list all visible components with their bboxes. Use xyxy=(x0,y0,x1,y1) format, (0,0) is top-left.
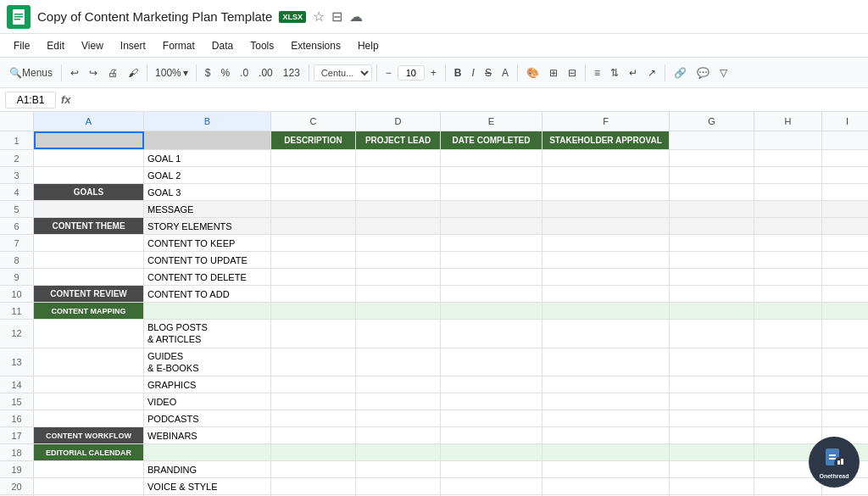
cell-f4[interactable] xyxy=(542,184,670,200)
cell-g11[interactable] xyxy=(670,303,754,319)
cell-b4[interactable]: GOAL 3 xyxy=(144,184,271,200)
merge-button[interactable]: ⊟ xyxy=(564,64,581,81)
cell-g17[interactable] xyxy=(670,427,754,443)
cell-i11[interactable] xyxy=(822,303,868,319)
cell-a20[interactable] xyxy=(34,478,144,494)
cell-h8[interactable] xyxy=(754,252,822,268)
cell-a18[interactable]: EDITORIAL CALENDAR xyxy=(34,444,144,460)
cell-i3[interactable] xyxy=(822,167,868,183)
cell-g7[interactable] xyxy=(670,235,754,251)
cell-e12[interactable] xyxy=(441,320,542,348)
cell-b7[interactable]: CONTENT TO KEEP xyxy=(144,235,271,251)
col-header-h[interactable]: H xyxy=(754,112,822,131)
cell-a6[interactable]: CONTENT THEME xyxy=(34,218,144,234)
cell-d20[interactable] xyxy=(356,478,441,494)
align-button[interactable]: ≡ xyxy=(590,64,604,81)
cell-f8[interactable] xyxy=(542,252,670,268)
cell-a8[interactable] xyxy=(34,252,144,268)
cell-e8[interactable] xyxy=(441,252,542,268)
col-header-a[interactable]: A xyxy=(34,112,144,131)
cell-f16[interactable] xyxy=(542,410,670,426)
cell-a9[interactable] xyxy=(34,269,144,285)
cell-c18[interactable] xyxy=(271,444,356,460)
cell-d18[interactable] xyxy=(356,444,441,460)
cell-a2[interactable] xyxy=(34,150,144,166)
col-header-e[interactable]: E xyxy=(441,112,542,131)
cell-h13[interactable] xyxy=(754,348,822,376)
cell-e16[interactable] xyxy=(441,410,542,426)
cell-a7[interactable] xyxy=(34,235,144,251)
cell-b1[interactable] xyxy=(144,131,271,149)
menu-view[interactable]: View xyxy=(75,38,110,53)
cell-g14[interactable] xyxy=(670,376,754,393)
cell-d5[interactable] xyxy=(356,201,441,217)
wrap-button[interactable]: ↵ xyxy=(625,64,642,81)
cell-f19[interactable] xyxy=(542,461,670,477)
cell-g10[interactable] xyxy=(670,286,754,302)
undo-button[interactable]: ↩ xyxy=(66,64,83,81)
menus-button[interactable]: 🔍 Menus xyxy=(5,64,57,81)
cell-b14[interactable]: GRAPHICS xyxy=(144,376,271,393)
cell-g1[interactable] xyxy=(670,131,754,149)
cell-c2[interactable] xyxy=(271,150,356,166)
cell-d14[interactable] xyxy=(356,376,441,393)
cell-b19[interactable]: BRANDING xyxy=(144,461,271,477)
cell-d7[interactable] xyxy=(356,235,441,251)
cell-f12[interactable] xyxy=(542,320,670,348)
cell-c17[interactable] xyxy=(271,427,356,443)
cell-d17[interactable] xyxy=(356,427,441,443)
strikethrough-button[interactable]: S xyxy=(481,64,496,81)
cell-i4[interactable] xyxy=(822,184,868,200)
cell-b6[interactable]: STORY ELEMENTS xyxy=(144,218,271,234)
cell-g19[interactable] xyxy=(670,461,754,477)
cell-c20[interactable] xyxy=(271,478,356,494)
cell-c1[interactable]: DESCRIPTION xyxy=(271,131,356,149)
cell-h12[interactable] xyxy=(754,320,822,348)
cell-g2[interactable] xyxy=(670,150,754,166)
cell-d15[interactable] xyxy=(356,393,441,410)
cell-b18[interactable] xyxy=(144,444,271,460)
cell-i15[interactable] xyxy=(822,393,868,410)
cell-f18[interactable] xyxy=(542,444,670,460)
italic-button[interactable]: I xyxy=(468,64,479,81)
cell-b11[interactable] xyxy=(144,303,271,319)
cell-i9[interactable] xyxy=(822,269,868,285)
cell-c4[interactable] xyxy=(271,184,356,200)
menu-data[interactable]: Data xyxy=(205,38,240,53)
cell-d12[interactable] xyxy=(356,320,441,348)
cell-c13[interactable] xyxy=(271,348,356,376)
cell-h11[interactable] xyxy=(754,303,822,319)
font-decrease-button[interactable]: − xyxy=(381,64,396,81)
cell-b16[interactable]: PODCASTS xyxy=(144,410,271,426)
cell-a12[interactable] xyxy=(34,320,144,348)
cell-e11[interactable] xyxy=(441,303,542,319)
font-selector[interactable]: Centu... xyxy=(314,64,372,81)
cell-b13[interactable]: GUIDES& E-BOOKS xyxy=(144,348,271,376)
cell-e3[interactable] xyxy=(441,167,542,183)
cell-i7[interactable] xyxy=(822,235,868,251)
print-button[interactable]: 🖨 xyxy=(103,64,122,81)
cell-f7[interactable] xyxy=(542,235,670,251)
text-color-button[interactable]: A xyxy=(498,64,513,81)
cell-c10[interactable] xyxy=(271,286,356,302)
cell-f20[interactable] xyxy=(542,478,670,494)
cell-g8[interactable] xyxy=(670,252,754,268)
cell-d3[interactable] xyxy=(356,167,441,183)
cell-h14[interactable] xyxy=(754,376,822,393)
percent-button[interactable]: % xyxy=(216,64,234,81)
formula-input[interactable] xyxy=(76,94,863,106)
cell-i8[interactable] xyxy=(822,252,868,268)
cell-f1[interactable]: STAKEHOLDER APPROVAL xyxy=(542,131,670,149)
cell-d1[interactable]: PROJECT LEAD xyxy=(356,131,441,149)
font-size-input[interactable] xyxy=(398,65,425,81)
col-header-b[interactable]: B xyxy=(144,112,271,131)
cell-d4[interactable] xyxy=(356,184,441,200)
cell-h7[interactable] xyxy=(754,235,822,251)
cell-d2[interactable] xyxy=(356,150,441,166)
cell-d16[interactable] xyxy=(356,410,441,426)
cell-c7[interactable] xyxy=(271,235,356,251)
cell-e7[interactable] xyxy=(441,235,542,251)
cell-e1[interactable]: DATE COMPLETED xyxy=(441,131,542,149)
cell-c16[interactable] xyxy=(271,410,356,426)
cell-d13[interactable] xyxy=(356,348,441,376)
